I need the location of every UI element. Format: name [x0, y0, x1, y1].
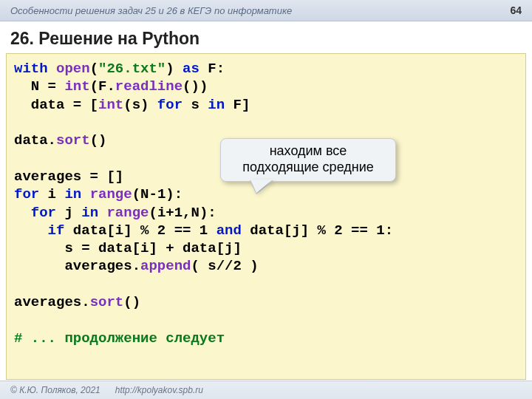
- code-fn: sort: [56, 132, 90, 149]
- code-fn: readline: [115, 78, 183, 95]
- code-text: N =: [14, 78, 64, 95]
- code-text: [98, 205, 106, 221]
- code-kw: as: [183, 61, 200, 77]
- code-text: s = data[i] + data[j]: [14, 240, 242, 256]
- code-fn: append: [140, 258, 191, 274]
- code-text: averages.: [14, 294, 90, 310]
- code-text: s: [183, 97, 208, 113]
- footer-copyright: © К.Ю. Поляков, 2021: [10, 385, 100, 395]
- code-text: (): [123, 294, 140, 310]
- code-text: (i+1,N):: [149, 205, 216, 221]
- code-text: data[i] % 2 == 1: [64, 222, 216, 239]
- code-comment: # ... продолжение следует: [14, 330, 225, 347]
- callout-line: подходящие средние: [225, 160, 391, 176]
- topbar: Особенности решения задач 25 и 26 в КЕГЭ…: [0, 0, 532, 21]
- code-text: i: [39, 186, 64, 202]
- footer-url: http://kpolyakov.spb.ru: [115, 385, 203, 395]
- code-text: ( s//2 ): [191, 258, 258, 274]
- code-fn: open: [56, 61, 90, 77]
- code-kw: for: [157, 97, 183, 113]
- code-text: F]: [225, 97, 250, 113]
- page-number: 64: [510, 4, 522, 16]
- code-text: data[j] % 2 == 1:: [242, 222, 393, 239]
- code-kw: in: [64, 186, 81, 202]
- callout-line: находим все: [225, 143, 391, 160]
- code-text: (F.: [90, 78, 115, 95]
- code-kw: for: [14, 186, 39, 202]
- code-fn: sort: [90, 294, 124, 310]
- code-text: [14, 205, 31, 221]
- code-text: [14, 222, 48, 239]
- code-text: (N-1):: [132, 186, 183, 202]
- code-fn: int: [98, 97, 123, 113]
- code-fn: range: [90, 186, 132, 202]
- code-text: ()): [183, 78, 208, 95]
- callout: находим все подходящие средние: [220, 138, 396, 182]
- code-kw: in: [81, 205, 98, 221]
- code-kw: and: [216, 222, 242, 239]
- code-text: averages.: [14, 258, 140, 274]
- code-text: (): [90, 132, 107, 149]
- code-kw: if: [48, 222, 65, 239]
- code-kw: for: [31, 205, 56, 221]
- topbar-subject: Особенности решения задач 25 и 26 в КЕГЭ…: [10, 5, 292, 16]
- code-kw: in: [208, 97, 225, 113]
- code-fn: range: [106, 205, 149, 221]
- page-title: 26. Решение на Python: [0, 21, 532, 53]
- code-text: [81, 186, 89, 202]
- code-text: averages = []: [14, 168, 123, 185]
- footer: © К.Ю. Поляков, 2021 http://kpolyakov.sp…: [0, 381, 532, 399]
- code-text: data = [: [14, 97, 98, 113]
- code-text: (s): [123, 97, 157, 113]
- slide: Особенности решения задач 25 и 26 в КЕГЭ…: [0, 0, 532, 399]
- code-block: with open("26.txt") as F: N = int(F.read…: [6, 53, 526, 380]
- code-kw: with: [14, 61, 48, 77]
- code-text: F:: [200, 61, 225, 77]
- code-text: j: [56, 205, 81, 221]
- code-fn: int: [64, 78, 89, 95]
- code-str: "26.txt": [98, 61, 166, 77]
- code-text: data.: [14, 132, 56, 149]
